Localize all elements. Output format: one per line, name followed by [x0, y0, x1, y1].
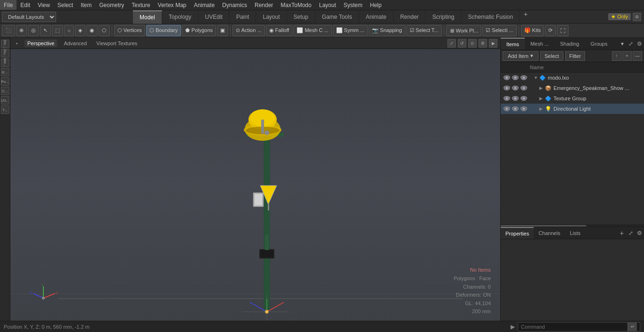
- falloff-btn[interactable]: ◉ Falloff: [266, 25, 293, 36]
- tab-layout[interactable]: Layout: [256, 10, 287, 24]
- mesh-c-btn[interactable]: ⬜ Mesh C ...: [293, 25, 331, 36]
- eye-emergency[interactable]: [503, 84, 511, 92]
- command-execute[interactable]: ↵: [627, 322, 637, 332]
- scene-canvas[interactable]: No Items Polygons : Face Channels: 0 Def…: [10, 49, 500, 321]
- menu-dynamics[interactable]: Dynamics: [218, 0, 251, 10]
- eye-light-3[interactable]: [520, 105, 528, 113]
- vp-settings[interactable]: ⚙: [479, 39, 487, 48]
- sidebar-tool-3[interactable]: Me...: [1, 58, 9, 67]
- menu-help[interactable]: Help: [366, 0, 386, 10]
- prop-tab-channels[interactable]: Channels: [534, 227, 565, 239]
- viewport[interactable]: ▪ Perspective Advanced Viewport Textures…: [10, 38, 500, 321]
- menu-item[interactable]: Item: [77, 0, 95, 10]
- menu-system[interactable]: System: [340, 0, 366, 10]
- vp-reset[interactable]: ↺: [458, 39, 466, 48]
- layout-settings[interactable]: ⚙: [633, 13, 641, 21]
- menu-edit[interactable]: Edit: [17, 0, 34, 10]
- prop-settings-btn[interactable]: ⚙: [635, 230, 644, 236]
- mesh-mode-btn[interactable]: ▣: [217, 25, 228, 36]
- menu-animate[interactable]: Animate: [190, 0, 218, 10]
- eye-texture[interactable]: [503, 94, 511, 103]
- tab-add[interactable]: +: [520, 10, 531, 24]
- tab-setup[interactable]: Setup: [287, 10, 315, 24]
- tab-uvedit[interactable]: UVEdit: [198, 10, 230, 24]
- vp-zoom-fit[interactable]: ⊙: [468, 39, 477, 48]
- eye-emergency-2[interactable]: [511, 84, 520, 92]
- menu-render[interactable]: Render: [251, 0, 277, 10]
- vp-advanced[interactable]: Advanced: [61, 40, 90, 47]
- select-button[interactable]: Select: [540, 51, 563, 61]
- add-item-button[interactable]: Add Item ▾: [503, 51, 538, 61]
- tree-item-root[interactable]: ▼ 🔷 modo.lxo: [501, 73, 644, 83]
- eye-root-2[interactable]: [511, 73, 520, 82]
- eye-emergency-3[interactable]: [520, 84, 528, 92]
- tool-mesh[interactable]: ⬠: [99, 25, 110, 36]
- snapping-btn[interactable]: 📷 Snapping: [369, 25, 405, 36]
- tab-topology[interactable]: Topology: [162, 10, 198, 24]
- kits-btn[interactable]: 🎁 Kits: [521, 25, 544, 36]
- polygons-btn[interactable]: ⬟ Polygons: [182, 25, 216, 36]
- prop-tab-lists[interactable]: Lists: [565, 227, 586, 239]
- tab-scripting[interactable]: Scripting: [426, 10, 462, 24]
- vp-perspective[interactable]: Perspective: [25, 40, 57, 47]
- work-plane-btn[interactable]: 🖥 Work Pl...: [446, 25, 482, 36]
- tab-schematic-fusion[interactable]: Schematic Fusion: [462, 10, 520, 24]
- tree-item-emergency[interactable]: ▶ 📦 Emergency_Speakman_Show ...: [501, 83, 644, 93]
- rpanel-tab-dropdown[interactable]: ▾: [618, 38, 627, 49]
- rpanel-expand[interactable]: ⤢: [627, 38, 635, 49]
- star-badge[interactable]: ★ Only: [608, 13, 631, 20]
- sidebar-tool-8[interactable]: T...: [1, 105, 9, 114]
- action-btn[interactable]: ⊙ Action ...: [232, 25, 264, 36]
- eye-texture-2[interactable]: [511, 94, 520, 103]
- menu-texture[interactable]: Texture: [128, 0, 154, 10]
- command-area[interactable]: ↵: [518, 322, 640, 332]
- vp-more[interactable]: ▶: [489, 39, 497, 48]
- tool-arrow[interactable]: ↖: [40, 25, 51, 36]
- menu-layout[interactable]: Layout: [315, 0, 340, 10]
- tree-item-directional-light[interactable]: ▶ 💡 Directional Light: [501, 104, 644, 114]
- eye-light[interactable]: [503, 105, 511, 113]
- items-add-btn-icon[interactable]: +: [622, 51, 632, 61]
- prop-expand-btn[interactable]: ⤢: [627, 230, 635, 236]
- selecti-btn[interactable]: ☑ Selecti ...: [482, 25, 516, 36]
- sidebar-tool-5[interactable]: Po...: [1, 77, 9, 86]
- sidebar-tool-2[interactable]: Du...: [1, 49, 9, 57]
- tool-element[interactable]: ◉: [86, 25, 98, 36]
- menu-maxtomodo[interactable]: MaxToModo: [277, 0, 315, 10]
- prop-add-btn[interactable]: +: [617, 229, 627, 237]
- tree-item-texture-group[interactable]: ▶ 🔷 Texture Group: [501, 93, 644, 104]
- vertices-btn[interactable]: ⬡ Vertices: [114, 25, 145, 36]
- vp-textures[interactable]: Viewport Textures: [93, 40, 140, 47]
- tab-game-tools[interactable]: Game Tools: [315, 10, 359, 24]
- menu-select[interactable]: Select: [54, 0, 77, 10]
- tool-transform[interactable]: ⬚: [52, 25, 63, 36]
- sidebar-tool-1[interactable]: De...: [1, 40, 9, 48]
- vp-toggle[interactable]: ▪: [13, 40, 21, 47]
- select-t-btn[interactable]: ☑ Select T...: [406, 25, 442, 36]
- tab-paint[interactable]: Paint: [230, 10, 256, 24]
- rpanel-tab-items[interactable]: Items: [501, 38, 525, 49]
- items-tree[interactable]: ▼ 🔷 modo.lxo ▶ 📦 Emergency_Speakman_Show…: [501, 73, 644, 225]
- boundary-btn[interactable]: ⬡ Boundary: [146, 25, 181, 36]
- rpanel-settings[interactable]: ⚙: [635, 38, 644, 49]
- menu-geometry[interactable]: Geometry: [96, 0, 128, 10]
- menu-file[interactable]: File: [0, 0, 17, 10]
- tab-animate[interactable]: Animate: [359, 10, 394, 24]
- rpanel-tab-shading[interactable]: Shading: [554, 38, 585, 49]
- tool-rotate[interactable]: ○: [64, 25, 74, 36]
- eye-root[interactable]: [503, 73, 511, 82]
- sidebar-tool-4[interactable]: E...: [1, 68, 9, 76]
- menu-view[interactable]: View: [34, 0, 54, 10]
- rpanel-tab-mesh[interactable]: Mesh ...: [525, 38, 554, 49]
- rpanel-tab-groups[interactable]: Groups: [585, 38, 613, 49]
- filter-button[interactable]: Filter: [565, 51, 585, 61]
- tool-select-mode[interactable]: ⬛: [2, 25, 15, 36]
- eye-root-3[interactable]: [520, 73, 528, 82]
- menu-vertex-map[interactable]: Vertex Map: [154, 0, 190, 10]
- items-delete-btn[interactable]: —: [633, 51, 642, 61]
- tab-model[interactable]: Model: [133, 10, 162, 24]
- sidebar-tool-7[interactable]: UV...: [1, 96, 9, 105]
- prop-tab-properties[interactable]: Properties: [501, 227, 534, 239]
- tab-render[interactable]: Render: [394, 10, 426, 24]
- symm-btn[interactable]: ⬜ Symm ...: [333, 25, 368, 36]
